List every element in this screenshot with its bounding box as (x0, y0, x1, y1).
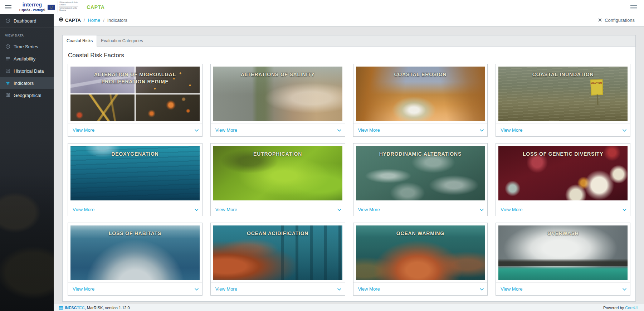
view-more-button[interactable]: View More (496, 123, 630, 136)
molecule-icon (5, 81, 10, 86)
panel-body: Coastal Risk Factors ALTERATION OF MICRO… (63, 47, 635, 301)
view-more-button[interactable]: View More (353, 282, 488, 295)
card-title: LOSS OF HABITATS (70, 230, 200, 237)
powered-by: Powered by CoreUI (603, 306, 638, 310)
sidebar-item-label: Time Series (14, 44, 38, 49)
chevron-down-icon (337, 286, 341, 292)
view-more-button[interactable]: View More (68, 123, 202, 136)
risk-card-genetic: LOSS OF GENETIC DIVERSITYView More (496, 143, 630, 216)
risk-card-warming: OCEAN WARMINGView More (353, 223, 488, 296)
interreg-region: España - Portugal (19, 9, 45, 12)
card-image-collage: ALTERATION OF MICROALGAL PROLIFERATION R… (70, 67, 200, 121)
sidebar-top-items: Dashboard (0, 15, 54, 27)
breadcrumb-root: CAPTA (59, 17, 81, 23)
sidebar-item-availability[interactable]: Availability (0, 53, 54, 65)
card-image: HYDRODINAMIC ALTERATIONS (356, 146, 485, 200)
chevron-down-icon (623, 206, 626, 213)
card-image: CAUTIONCOASTAL INUNDATION (498, 67, 628, 121)
sidebar-toggle-icon[interactable] (3, 3, 14, 11)
chevron-down-icon (480, 127, 484, 133)
risk-card-erosion: COASTAL EROSIONView More (353, 64, 488, 137)
indicators-panel: Coastal RisksEvaluation Categories Coast… (62, 35, 636, 302)
breadcrumb-current: Indicators (107, 18, 127, 23)
card-title: OCEAN ACIDIFICATION (213, 230, 342, 237)
risk-card-microalgal: ALTERATION OF MICROALGAL PROLIFERATION R… (68, 64, 203, 137)
view-more-label: View More (215, 286, 237, 292)
card-image: EUTROPHICATION (213, 146, 342, 200)
page-footer: INESCTEC, MarRISK, version 1.12.0 Powere… (54, 304, 644, 311)
card-image: ALTERATIONS OF SALINITY (213, 67, 342, 121)
tab-evaluation-categories[interactable]: Evaluation Categories (97, 35, 147, 46)
view-more-button[interactable]: View More (496, 282, 630, 295)
card-title: COASTAL EROSION (356, 71, 485, 78)
inesc-wordmark: INESC (65, 306, 77, 310)
configurations-button[interactable]: Configurations (595, 17, 637, 23)
risk-card-hydrodinamic: HYDRODINAMIC ALTERATIONSView More (353, 143, 488, 216)
view-more-button[interactable]: View More (353, 123, 488, 136)
sidebar-item-historical-data[interactable]: Historical Data (0, 65, 54, 77)
top-header: interreg España - Portugal Cofinanciado … (0, 0, 644, 14)
coreui-link[interactable]: CoreUI (625, 306, 638, 310)
view-more-label: View More (501, 286, 522, 292)
cards-grid: ALTERATION OF MICROALGAL PROLIFERATION R… (68, 64, 630, 296)
view-more-button[interactable]: View More (68, 203, 202, 216)
breadcrumb-bar: CAPTA / Home / Indicators Configurations (54, 14, 644, 26)
chevron-down-icon (623, 286, 626, 292)
view-more-button[interactable]: View More (211, 203, 345, 216)
chevron-down-icon (337, 127, 341, 133)
view-more-button[interactable]: View More (68, 282, 202, 295)
chevron-down-icon (195, 206, 199, 213)
tab-strip: Coastal RisksEvaluation Categories (63, 35, 635, 47)
speedometer-icon (5, 18, 10, 24)
sidebar-item-time-series[interactable]: Time Series (0, 40, 54, 53)
card-image: OCEAN ACIDIFICATION (213, 225, 342, 280)
sidebar-item-geographical[interactable]: Geographical (0, 89, 54, 101)
clock-icon (5, 44, 10, 49)
sidebar: Dashboard VIEW DATA Time SeriesAvailabil… (0, 14, 54, 311)
sidebar-item-dashboard[interactable]: Dashboard (0, 15, 54, 27)
inesctec-logo-icon (59, 306, 63, 310)
view-more-button[interactable]: View More (211, 282, 345, 295)
risk-card-inundation: CAUTIONCOASTAL INUNDATIONView More (496, 64, 630, 137)
eu-flag-icon (48, 5, 55, 10)
view-more-label: View More (73, 207, 94, 212)
view-more-button[interactable]: View More (211, 123, 345, 136)
breadcrumb-home-link[interactable]: Home (88, 18, 100, 23)
risk-card-habitats: LOSS OF HABITATSView More (68, 223, 203, 296)
chevron-down-icon (195, 127, 199, 133)
footer-version-text: , MarRISK, version 1.12.0 (85, 306, 130, 310)
sidebar-item-label: Dashboard (14, 18, 36, 24)
page-title: Coastal Risk Factors (68, 52, 630, 59)
sidebar-nav: Dashboard VIEW DATA Time SeriesAvailabil… (0, 14, 54, 101)
card-title: OCEAN WARMING (356, 230, 485, 237)
view-more-label: View More (358, 207, 380, 212)
chevron-down-icon (480, 286, 484, 292)
globe-icon (59, 17, 63, 23)
card-title: EUTROPHICATION (213, 151, 342, 158)
card-image: LOSS OF GENETIC DIVERSITY (498, 146, 628, 200)
main-area: CAPTA / Home / Indicators Configurations… (54, 14, 644, 311)
eu-cofinanced-text: Cofinanciado por la Unión Europea Cofina… (58, 1, 78, 12)
view-more-button[interactable]: View More (496, 203, 630, 216)
card-title: ALTERATION OF MICROALGAL PROLIFERATION R… (70, 71, 200, 85)
content-area: Coastal RisksEvaluation Categories Coast… (54, 26, 644, 304)
view-more-button[interactable]: View More (353, 203, 488, 216)
view-more-label: View More (215, 207, 237, 212)
tab-coastal-risks[interactable]: Coastal Risks (63, 35, 97, 47)
view-more-label: View More (501, 127, 522, 133)
sidebar-item-label: Geographical (14, 93, 41, 98)
view-more-label: View More (358, 127, 380, 133)
card-image: LOSS OF HABITATS (70, 225, 200, 280)
map-icon (5, 93, 10, 98)
caution-sign: CAUTION (591, 79, 604, 96)
card-image: OVERWASH (498, 225, 628, 280)
aside-toggle-icon[interactable] (628, 3, 639, 11)
risk-card-eutrophication: EUTROPHICATIONView More (210, 143, 345, 216)
list-icon (5, 56, 10, 62)
interreg-wordmark: interreg (23, 2, 42, 8)
card-image: DEOXYGENATION (70, 146, 200, 200)
chevron-down-icon (337, 206, 341, 213)
chevron-down-icon (480, 206, 484, 213)
sidebar-item-indicators[interactable]: Indicators (0, 77, 54, 89)
view-more-label: View More (73, 286, 94, 292)
